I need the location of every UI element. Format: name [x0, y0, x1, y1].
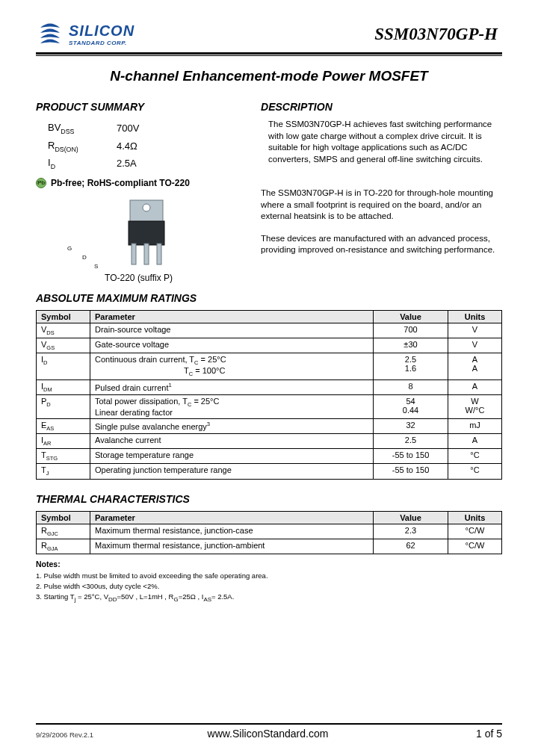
table-row: EASSingle pulse avalanche energy332mJ: [37, 418, 502, 433]
footer-url: www.SiliconStandard.com: [93, 728, 442, 740]
product-summary-heading: PRODUCT SUMMARY: [36, 101, 241, 113]
part-number: SSM03N70GP-H: [374, 25, 502, 44]
package-image-block: G D S TO-220 (suffix P): [36, 194, 241, 283]
logo-icon: [36, 21, 64, 48]
page-header: SILICON STANDARD CORP. SSM03N70GP-H: [36, 21, 502, 48]
logo-text-bottom: STANDARD CORP.: [69, 40, 134, 46]
table-row: VDSDrain-source voltage700V: [37, 323, 502, 338]
logo-text-top: SILICON: [69, 22, 134, 40]
description-p1: The SSM03N70GP-H achieves fast switching…: [261, 119, 502, 165]
svg-rect-3: [132, 244, 136, 264]
note-item: 1. Pulse width must be limited to avoid …: [36, 571, 502, 581]
package-caption: TO-220 (suffix P): [36, 273, 241, 283]
notes-heading: Notes:: [36, 559, 502, 571]
note-item: 2. Pulse width <300us, duty cycle <2%.: [36, 581, 502, 592]
abs-max-heading: ABSOLUTE MAXIMUM RATINGS: [36, 292, 502, 304]
description-p2: The SSM03N70GP-H is in TO-220 for throug…: [261, 188, 502, 223]
table-row: IDMPulsed drain current18A: [37, 379, 502, 394]
svg-point-1: [143, 204, 150, 211]
pin-g-label: G: [67, 245, 72, 252]
summary-row: RDS(ON)4.4Ω: [48, 138, 139, 155]
package-icon: [87, 194, 191, 269]
footer-page-number: 1 of 5: [442, 728, 502, 740]
notes-block: Notes: 1. Pulse width must be limited to…: [36, 559, 502, 604]
footer-revision: 9/29/2006 Rev.2.1: [36, 731, 93, 739]
product-summary-table: BVDSS700VRDS(ON)4.4ΩID2.5A: [46, 119, 140, 173]
company-logo: SILICON STANDARD CORP.: [36, 21, 134, 48]
page-footer: 9/29/2006 Rev.2.1 www.SiliconStandard.co…: [36, 723, 502, 740]
table-row: VGSGate-source voltage±30V: [37, 338, 502, 353]
header-rule-thin: [36, 55, 502, 56]
thermal-heading: THERMAL CHARACTERISTICS: [36, 493, 502, 505]
header-rule: [36, 52, 502, 55]
table-row: IARAvalanche current2.5A: [37, 434, 502, 449]
description-heading: DESCRIPTION: [261, 101, 502, 113]
svg-rect-5: [157, 244, 161, 264]
rohs-text: Pb-free; RoHS-compliant TO-220: [51, 178, 190, 188]
table-row: RΘJCMaximum thermal resistance, junction…: [37, 524, 502, 539]
summary-row: ID2.5A: [48, 155, 139, 172]
abs-max-table: SymbolParameterValueUnits VDSDrain-sourc…: [36, 310, 502, 480]
summary-row: BVDSS700V: [48, 120, 139, 137]
note-item: 3. Starting Tj = 25°C, VDD=50V , L=1mH ,…: [36, 592, 502, 604]
table-row: TSTGStorage temperature range-55 to 150°…: [37, 449, 502, 464]
svg-rect-4: [144, 244, 149, 264]
table-row: TJOperating junction temperature range-5…: [37, 464, 502, 479]
table-row: IDContinuous drain current, TC = 25°C TC…: [37, 353, 502, 379]
table-row: RΘJAMaximum thermal resistance, junction…: [37, 539, 502, 554]
description-p3: These devices are manufactured with an a…: [261, 233, 502, 256]
rohs-icon: Pb: [36, 178, 46, 188]
document-title: N-channel Enhancement-mode Power MOSFET: [36, 68, 502, 84]
table-row: PDTotal power dissipation, TC = 25°CLine…: [37, 394, 502, 418]
pin-s-label: S: [94, 263, 98, 270]
pin-d-label: D: [82, 254, 87, 261]
svg-rect-2: [129, 221, 164, 245]
rohs-line: Pb Pb-free; RoHS-compliant TO-220: [36, 178, 241, 188]
thermal-table: SymbolParameterValueUnits RΘJCMaximum th…: [36, 511, 502, 554]
